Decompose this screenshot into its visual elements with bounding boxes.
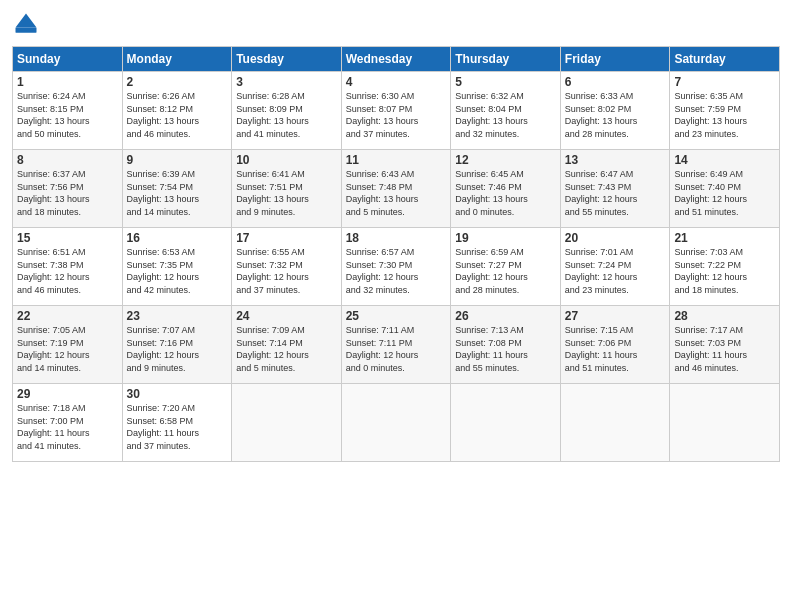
col-header-saturday: Saturday bbox=[670, 47, 780, 72]
day-info: Sunrise: 6:35 AM Sunset: 7:59 PM Dayligh… bbox=[674, 90, 775, 140]
calendar-cell: 25Sunrise: 7:11 AM Sunset: 7:11 PM Dayli… bbox=[341, 306, 451, 384]
day-number: 23 bbox=[127, 309, 228, 323]
calendar-cell: 24Sunrise: 7:09 AM Sunset: 7:14 PM Dayli… bbox=[232, 306, 342, 384]
day-info: Sunrise: 6:37 AM Sunset: 7:56 PM Dayligh… bbox=[17, 168, 118, 218]
day-info: Sunrise: 6:30 AM Sunset: 8:07 PM Dayligh… bbox=[346, 90, 447, 140]
logo bbox=[12, 10, 44, 38]
day-info: Sunrise: 6:39 AM Sunset: 7:54 PM Dayligh… bbox=[127, 168, 228, 218]
calendar-cell: 29Sunrise: 7:18 AM Sunset: 7:00 PM Dayli… bbox=[13, 384, 123, 462]
calendar-cell: 17Sunrise: 6:55 AM Sunset: 7:32 PM Dayli… bbox=[232, 228, 342, 306]
day-info: Sunrise: 7:13 AM Sunset: 7:08 PM Dayligh… bbox=[455, 324, 556, 374]
calendar-cell bbox=[232, 384, 342, 462]
calendar-cell: 14Sunrise: 6:49 AM Sunset: 7:40 PM Dayli… bbox=[670, 150, 780, 228]
day-info: Sunrise: 6:53 AM Sunset: 7:35 PM Dayligh… bbox=[127, 246, 228, 296]
calendar-week-5: 29Sunrise: 7:18 AM Sunset: 7:00 PM Dayli… bbox=[13, 384, 780, 462]
day-info: Sunrise: 6:55 AM Sunset: 7:32 PM Dayligh… bbox=[236, 246, 337, 296]
day-info: Sunrise: 6:24 AM Sunset: 8:15 PM Dayligh… bbox=[17, 90, 118, 140]
day-info: Sunrise: 7:15 AM Sunset: 7:06 PM Dayligh… bbox=[565, 324, 666, 374]
day-number: 30 bbox=[127, 387, 228, 401]
day-number: 1 bbox=[17, 75, 118, 89]
calendar-cell: 23Sunrise: 7:07 AM Sunset: 7:16 PM Dayli… bbox=[122, 306, 232, 384]
day-info: Sunrise: 7:07 AM Sunset: 7:16 PM Dayligh… bbox=[127, 324, 228, 374]
calendar-cell bbox=[451, 384, 561, 462]
day-number: 11 bbox=[346, 153, 447, 167]
day-info: Sunrise: 6:59 AM Sunset: 7:27 PM Dayligh… bbox=[455, 246, 556, 296]
day-number: 5 bbox=[455, 75, 556, 89]
day-info: Sunrise: 6:32 AM Sunset: 8:04 PM Dayligh… bbox=[455, 90, 556, 140]
calendar-cell: 7Sunrise: 6:35 AM Sunset: 7:59 PM Daylig… bbox=[670, 72, 780, 150]
header bbox=[12, 10, 780, 38]
day-number: 17 bbox=[236, 231, 337, 245]
day-info: Sunrise: 6:57 AM Sunset: 7:30 PM Dayligh… bbox=[346, 246, 447, 296]
col-header-wednesday: Wednesday bbox=[341, 47, 451, 72]
calendar-cell: 22Sunrise: 7:05 AM Sunset: 7:19 PM Dayli… bbox=[13, 306, 123, 384]
calendar-week-4: 22Sunrise: 7:05 AM Sunset: 7:19 PM Dayli… bbox=[13, 306, 780, 384]
calendar-cell: 19Sunrise: 6:59 AM Sunset: 7:27 PM Dayli… bbox=[451, 228, 561, 306]
calendar-cell: 20Sunrise: 7:01 AM Sunset: 7:24 PM Dayli… bbox=[560, 228, 670, 306]
day-number: 4 bbox=[346, 75, 447, 89]
day-number: 26 bbox=[455, 309, 556, 323]
calendar-cell bbox=[670, 384, 780, 462]
page-container: SundayMondayTuesdayWednesdayThursdayFrid… bbox=[0, 0, 792, 472]
calendar-cell: 12Sunrise: 6:45 AM Sunset: 7:46 PM Dayli… bbox=[451, 150, 561, 228]
calendar-cell: 16Sunrise: 6:53 AM Sunset: 7:35 PM Dayli… bbox=[122, 228, 232, 306]
calendar-cell bbox=[341, 384, 451, 462]
svg-marker-0 bbox=[16, 14, 37, 28]
calendar-cell: 9Sunrise: 6:39 AM Sunset: 7:54 PM Daylig… bbox=[122, 150, 232, 228]
header-row: SundayMondayTuesdayWednesdayThursdayFrid… bbox=[13, 47, 780, 72]
calendar-cell: 2Sunrise: 6:26 AM Sunset: 8:12 PM Daylig… bbox=[122, 72, 232, 150]
calendar-cell: 21Sunrise: 7:03 AM Sunset: 7:22 PM Dayli… bbox=[670, 228, 780, 306]
calendar-table: SundayMondayTuesdayWednesdayThursdayFrid… bbox=[12, 46, 780, 462]
calendar-cell: 15Sunrise: 6:51 AM Sunset: 7:38 PM Dayli… bbox=[13, 228, 123, 306]
day-number: 24 bbox=[236, 309, 337, 323]
calendar-cell: 26Sunrise: 7:13 AM Sunset: 7:08 PM Dayli… bbox=[451, 306, 561, 384]
day-number: 2 bbox=[127, 75, 228, 89]
calendar-cell: 3Sunrise: 6:28 AM Sunset: 8:09 PM Daylig… bbox=[232, 72, 342, 150]
day-info: Sunrise: 7:17 AM Sunset: 7:03 PM Dayligh… bbox=[674, 324, 775, 374]
day-info: Sunrise: 7:11 AM Sunset: 7:11 PM Dayligh… bbox=[346, 324, 447, 374]
day-number: 29 bbox=[17, 387, 118, 401]
day-info: Sunrise: 7:01 AM Sunset: 7:24 PM Dayligh… bbox=[565, 246, 666, 296]
calendar-cell bbox=[560, 384, 670, 462]
day-number: 18 bbox=[346, 231, 447, 245]
col-header-tuesday: Tuesday bbox=[232, 47, 342, 72]
calendar-cell: 30Sunrise: 7:20 AM Sunset: 6:58 PM Dayli… bbox=[122, 384, 232, 462]
day-info: Sunrise: 7:09 AM Sunset: 7:14 PM Dayligh… bbox=[236, 324, 337, 374]
calendar-week-2: 8Sunrise: 6:37 AM Sunset: 7:56 PM Daylig… bbox=[13, 150, 780, 228]
day-number: 3 bbox=[236, 75, 337, 89]
calendar-cell: 1Sunrise: 6:24 AM Sunset: 8:15 PM Daylig… bbox=[13, 72, 123, 150]
day-info: Sunrise: 6:26 AM Sunset: 8:12 PM Dayligh… bbox=[127, 90, 228, 140]
calendar-cell: 11Sunrise: 6:43 AM Sunset: 7:48 PM Dayli… bbox=[341, 150, 451, 228]
col-header-monday: Monday bbox=[122, 47, 232, 72]
day-info: Sunrise: 7:05 AM Sunset: 7:19 PM Dayligh… bbox=[17, 324, 118, 374]
calendar-week-3: 15Sunrise: 6:51 AM Sunset: 7:38 PM Dayli… bbox=[13, 228, 780, 306]
day-number: 19 bbox=[455, 231, 556, 245]
day-number: 6 bbox=[565, 75, 666, 89]
day-info: Sunrise: 6:28 AM Sunset: 8:09 PM Dayligh… bbox=[236, 90, 337, 140]
day-info: Sunrise: 6:49 AM Sunset: 7:40 PM Dayligh… bbox=[674, 168, 775, 218]
day-number: 8 bbox=[17, 153, 118, 167]
day-number: 12 bbox=[455, 153, 556, 167]
day-number: 21 bbox=[674, 231, 775, 245]
calendar-cell: 18Sunrise: 6:57 AM Sunset: 7:30 PM Dayli… bbox=[341, 228, 451, 306]
day-number: 28 bbox=[674, 309, 775, 323]
day-number: 20 bbox=[565, 231, 666, 245]
day-number: 25 bbox=[346, 309, 447, 323]
day-info: Sunrise: 6:47 AM Sunset: 7:43 PM Dayligh… bbox=[565, 168, 666, 218]
day-info: Sunrise: 6:45 AM Sunset: 7:46 PM Dayligh… bbox=[455, 168, 556, 218]
calendar-cell: 28Sunrise: 7:17 AM Sunset: 7:03 PM Dayli… bbox=[670, 306, 780, 384]
day-number: 14 bbox=[674, 153, 775, 167]
svg-rect-1 bbox=[16, 28, 37, 33]
day-info: Sunrise: 6:51 AM Sunset: 7:38 PM Dayligh… bbox=[17, 246, 118, 296]
day-number: 13 bbox=[565, 153, 666, 167]
calendar-cell: 27Sunrise: 7:15 AM Sunset: 7:06 PM Dayli… bbox=[560, 306, 670, 384]
calendar-cell: 4Sunrise: 6:30 AM Sunset: 8:07 PM Daylig… bbox=[341, 72, 451, 150]
calendar-cell: 13Sunrise: 6:47 AM Sunset: 7:43 PM Dayli… bbox=[560, 150, 670, 228]
day-info: Sunrise: 7:03 AM Sunset: 7:22 PM Dayligh… bbox=[674, 246, 775, 296]
col-header-friday: Friday bbox=[560, 47, 670, 72]
day-number: 15 bbox=[17, 231, 118, 245]
day-number: 10 bbox=[236, 153, 337, 167]
day-info: Sunrise: 6:43 AM Sunset: 7:48 PM Dayligh… bbox=[346, 168, 447, 218]
day-number: 22 bbox=[17, 309, 118, 323]
calendar-cell: 6Sunrise: 6:33 AM Sunset: 8:02 PM Daylig… bbox=[560, 72, 670, 150]
